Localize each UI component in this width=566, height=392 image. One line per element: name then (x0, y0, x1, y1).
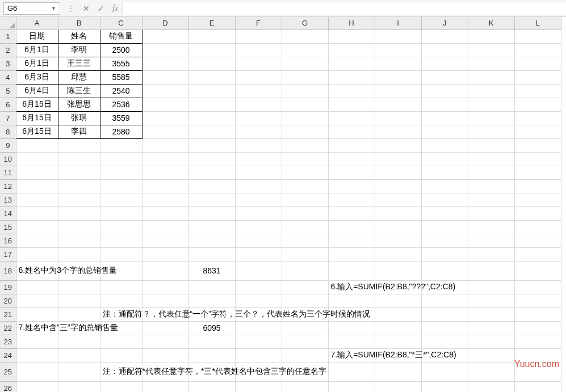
cell[interactable] (58, 348, 100, 362)
cell[interactable] (514, 247, 561, 261)
cell[interactable] (188, 348, 235, 362)
col-header[interactable]: G (282, 17, 328, 29)
cell[interactable] (235, 381, 282, 392)
cell[interactable] (16, 247, 58, 261)
cell[interactable] (142, 348, 188, 362)
row-header[interactable]: 14 (0, 206, 16, 220)
cell[interactable]: 3559 (100, 111, 142, 125)
cell[interactable] (188, 179, 235, 193)
confirm-icon[interactable]: ✓ (98, 4, 104, 13)
cell[interactable] (100, 166, 142, 179)
cell[interactable]: 2540 (100, 84, 142, 98)
cell[interactable] (328, 43, 375, 57)
cell[interactable] (328, 381, 375, 392)
cell[interactable] (282, 335, 328, 348)
row-header[interactable]: 15 (0, 220, 16, 234)
cell[interactable] (468, 307, 514, 321)
cell[interactable] (188, 84, 235, 98)
col-header[interactable]: H (328, 17, 375, 29)
cell[interactable]: 5585 (100, 70, 142, 84)
cell[interactable] (100, 247, 142, 261)
row-header[interactable]: 22 (0, 321, 16, 335)
cell[interactable]: 2500 (100, 43, 142, 57)
cell[interactable] (328, 70, 375, 84)
cell[interactable] (514, 294, 561, 307)
cell[interactable] (235, 57, 282, 70)
cell[interactable] (421, 29, 468, 43)
cell[interactable] (468, 335, 514, 348)
cell[interactable] (235, 179, 282, 193)
cancel-icon[interactable]: ✕ (83, 4, 90, 13)
cell[interactable] (421, 247, 468, 261)
cell[interactable] (421, 234, 468, 247)
cell[interactable]: 6095 (188, 321, 235, 335)
cell[interactable] (514, 206, 561, 220)
cell[interactable] (142, 166, 188, 179)
cell[interactable] (235, 111, 282, 125)
cell[interactable] (235, 321, 282, 335)
cell[interactable] (421, 166, 468, 179)
cell[interactable]: 2536 (100, 98, 142, 111)
cell[interactable] (142, 98, 188, 111)
cell[interactable] (16, 294, 58, 307)
cell[interactable] (421, 335, 468, 348)
cell[interactable] (421, 321, 468, 335)
cell[interactable] (468, 29, 514, 43)
row-header[interactable]: 5 (0, 84, 16, 98)
cell[interactable]: 陈三生 (58, 84, 100, 98)
cell[interactable] (58, 152, 100, 166)
cell[interactable] (188, 70, 235, 84)
row-header[interactable]: 1 (0, 29, 16, 43)
cell[interactable] (100, 348, 142, 362)
cell[interactable] (328, 335, 375, 348)
cell[interactable] (421, 43, 468, 57)
cell[interactable] (188, 43, 235, 57)
cell[interactable] (375, 220, 421, 234)
cell[interactable] (468, 321, 514, 335)
cell[interactable] (375, 179, 421, 193)
cell[interactable] (58, 335, 100, 348)
cell[interactable] (468, 152, 514, 166)
cell[interactable] (188, 234, 235, 247)
cell[interactable] (468, 70, 514, 84)
col-header[interactable]: A (16, 17, 58, 29)
cell[interactable] (188, 206, 235, 220)
cell[interactable]: 6月4日 (16, 84, 58, 98)
cell[interactable] (328, 247, 375, 261)
col-header[interactable]: C (100, 17, 142, 29)
cell[interactable] (100, 280, 142, 294)
row-header[interactable]: 18 (0, 261, 16, 280)
cell[interactable] (188, 280, 235, 294)
chevron-down-icon[interactable]: ▼ (51, 6, 56, 11)
cell[interactable] (328, 321, 375, 335)
cell[interactable]: 李明 (58, 43, 100, 57)
cell[interactable] (514, 166, 561, 179)
cell[interactable]: 李四 (58, 125, 100, 138)
cell[interactable] (282, 43, 328, 57)
cell[interactable] (16, 280, 58, 294)
cell[interactable] (328, 234, 375, 247)
cell[interactable] (235, 29, 282, 43)
cell[interactable] (328, 111, 375, 125)
cell[interactable] (468, 247, 514, 261)
cell[interactable] (375, 125, 421, 138)
cell[interactable] (328, 166, 375, 179)
row-header[interactable]: 11 (0, 166, 16, 179)
cell[interactable]: 6月1日 (16, 43, 58, 57)
cell[interactable] (282, 381, 328, 392)
cell[interactable] (421, 381, 468, 392)
cell[interactable] (421, 84, 468, 98)
formula-input[interactable] (123, 2, 566, 15)
cell[interactable] (100, 138, 142, 152)
cell[interactable] (188, 294, 235, 307)
cell[interactable] (514, 29, 561, 43)
cell[interactable] (142, 43, 188, 57)
cell[interactable]: 6月1日 (16, 57, 58, 70)
cell[interactable] (421, 138, 468, 152)
cell[interactable] (142, 111, 188, 125)
cell[interactable] (142, 57, 188, 70)
cell[interactable] (514, 84, 561, 98)
cell[interactable] (235, 138, 282, 152)
cell[interactable] (58, 179, 100, 193)
cell[interactable] (142, 220, 188, 234)
